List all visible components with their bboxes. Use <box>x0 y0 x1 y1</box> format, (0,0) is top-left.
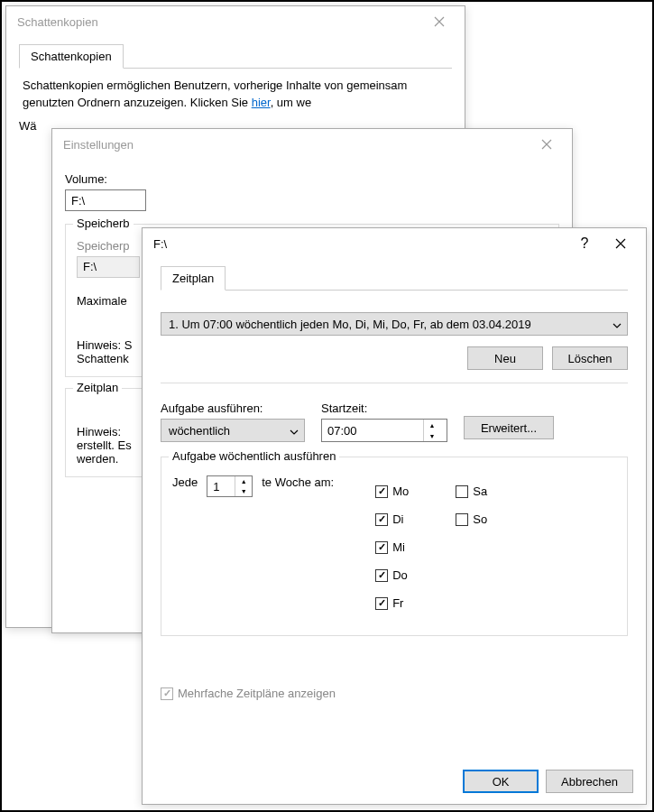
chevron-down-icon <box>290 424 299 438</box>
advanced-button[interactable]: Erweitert... <box>464 416 554 439</box>
description-text: Schattenkopien ermöglichen Benutzern, vo… <box>23 78 448 112</box>
every-suffix-label: te Woche am: <box>262 475 334 489</box>
multiple-schedules-checkbox: Mehrfache Zeitpläne anzeigen <box>161 687 628 700</box>
window-title: Einstellungen <box>63 138 134 152</box>
delete-button[interactable]: Löschen <box>552 346 628 370</box>
tab-zeitplan[interactable]: Zeitplan <box>161 266 226 291</box>
day-sa-checkbox[interactable]: Sa <box>456 484 487 498</box>
day-do-checkbox[interactable]: Do <box>375 568 409 582</box>
day-fr-checkbox[interactable]: Fr <box>375 596 409 610</box>
tab-strip: Zeitplan <box>161 266 628 291</box>
spin-down-icon[interactable]: ▼ <box>424 430 440 441</box>
volume-label: Volume: <box>65 172 559 186</box>
new-button[interactable]: Neu <box>467 346 543 370</box>
day-mi-checkbox[interactable]: Mi <box>375 540 409 554</box>
frequency-dropdown[interactable]: wöchentlich <box>161 419 305 442</box>
weekly-groupbox: Aufgabe wöchentlich ausführen Jede ▲ ▼ t… <box>161 457 628 636</box>
titlebar: Einstellungen <box>52 129 572 160</box>
schedule-dialog: F:\ ? Zeitplan 1. Um 07:00 wöchentlich j… <box>142 227 647 805</box>
tab-shadow-copies[interactable]: Schattenkopien <box>19 44 124 69</box>
spin-down-icon[interactable]: ▼ <box>235 486 252 496</box>
titlebar: F:\ ? <box>143 228 646 259</box>
day-mo-checkbox[interactable]: Mo <box>375 484 409 498</box>
week-interval-spinner[interactable]: ▲ ▼ <box>207 475 253 497</box>
storage-path-field: F:\ <box>77 256 140 278</box>
spin-up-icon[interactable]: ▲ <box>235 476 252 486</box>
ok-button[interactable]: OK <box>463 770 539 793</box>
close-icon[interactable] <box>529 132 565 157</box>
window-title: F:\ <box>153 237 167 251</box>
schedule-summary-dropdown[interactable]: 1. Um 07:00 wöchentlich jeden Mo, Di, Mi… <box>161 312 628 336</box>
every-prefix-label: Jede <box>172 475 198 489</box>
help-icon[interactable]: ? <box>566 231 603 256</box>
close-icon[interactable] <box>421 9 457 34</box>
close-icon[interactable] <box>603 231 639 256</box>
tab-strip: Schattenkopien <box>19 44 452 69</box>
start-time-label: Startzeit: <box>321 401 447 415</box>
chevron-down-icon <box>613 318 622 331</box>
start-time-spinner[interactable]: ▲ ▼ <box>321 419 447 442</box>
day-so-checkbox[interactable]: So <box>456 512 487 526</box>
cancel-button[interactable]: Abbrechen <box>546 770 633 793</box>
here-link[interactable]: hier <box>252 96 271 109</box>
task-run-label: Aufgabe ausführen: <box>161 401 305 415</box>
volume-field <box>65 189 146 211</box>
titlebar: Schattenkopien <box>6 6 465 37</box>
spin-up-icon[interactable]: ▲ <box>424 420 440 430</box>
day-di-checkbox[interactable]: Di <box>375 512 409 526</box>
window-title: Schattenkopien <box>17 15 98 29</box>
